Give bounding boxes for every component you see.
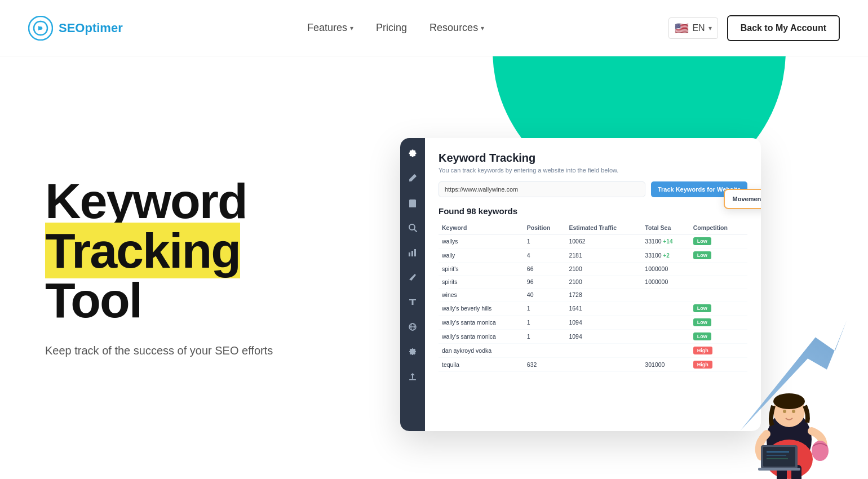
svg-rect-11	[409, 379, 416, 380]
sidebar-settings-icon[interactable]	[406, 147, 419, 159]
sidebar-edit-icon[interactable]	[406, 172, 419, 184]
competition-badge: Low	[693, 332, 711, 340]
cell-traffic	[565, 358, 641, 372]
svg-rect-24	[763, 447, 795, 467]
cell-position: 632	[524, 358, 566, 372]
found-keywords-count: Found 98 keywords	[439, 206, 747, 216]
cell-position: 1	[524, 316, 566, 330]
cell-keyword: dan aykroyd vodka	[439, 344, 524, 358]
dashboard-sidebar	[400, 138, 425, 431]
keywords-table-body: wallys 1 10062 33100 +14 Low wally 4 218…	[439, 234, 747, 372]
cell-position: 1	[524, 330, 566, 344]
table-row: tequila 632 301000 High	[439, 358, 747, 372]
nav-resources[interactable]: Resources ▾	[429, 22, 484, 34]
back-to-account-button[interactable]: Back to My Account	[727, 15, 840, 41]
cell-keyword: spirit's	[439, 263, 524, 276]
col-total: Total Sea	[641, 221, 689, 234]
svg-point-20	[783, 410, 786, 413]
cell-total: 1000000	[641, 263, 689, 276]
table-row: spirit's 66 2100 1000000	[439, 263, 747, 276]
sidebar-globe-icon[interactable]	[406, 321, 419, 333]
svg-rect-2	[409, 199, 416, 207]
competition-badge: Low	[693, 318, 711, 326]
sidebar-gear2-icon[interactable]	[406, 345, 419, 358]
language-selector[interactable]: 🇺🇸 EN ▾	[668, 17, 718, 39]
cell-total: 1000000	[641, 276, 689, 289]
movement-value: +14	[663, 238, 672, 245]
cell-traffic: 2100	[565, 276, 641, 289]
cell-position: 1	[524, 234, 566, 249]
competition-badge: Low	[693, 251, 711, 259]
cell-competition	[690, 276, 747, 289]
cell-keyword: wallys	[439, 234, 524, 249]
cell-keyword: wines	[439, 289, 524, 301]
svg-rect-5	[409, 252, 410, 256]
col-traffic: Estimated Traffic	[565, 221, 641, 234]
dashboard-search-row: Track Keywords for Website	[439, 181, 747, 197]
person-illustration	[738, 332, 840, 479]
sidebar-search-icon[interactable]	[406, 221, 419, 234]
cell-total	[641, 316, 689, 330]
cell-position: 66	[524, 263, 566, 276]
cell-competition: Low	[690, 249, 747, 263]
cell-traffic: 2181	[565, 249, 641, 263]
logo-text: SEOptimer	[59, 21, 123, 36]
sidebar-text-icon[interactable]	[406, 296, 419, 308]
cell-total	[641, 330, 689, 344]
table-row: wally's santa monica 1 1094 Low	[439, 316, 747, 330]
cell-position: 40	[524, 289, 566, 301]
cell-traffic: 10062	[565, 234, 641, 249]
hero-subtitle: Keep track of the success of your SEO ef…	[45, 342, 338, 359]
header-right: 🇺🇸 EN ▾ Back to My Account	[668, 15, 840, 41]
table-row: spirits 96 2100 1000000	[439, 276, 747, 289]
main-content: Keyword Tracking Tool Keep track of the …	[0, 56, 868, 479]
dashboard-card: Keyword Tracking You can track keywords …	[400, 138, 761, 431]
svg-point-19	[773, 393, 805, 409]
main-nav: Features ▾ Pricing Resources ▾	[307, 22, 484, 34]
table-row: wally's santa monica 1 1094 Low	[439, 330, 747, 344]
table-row: wines 40 1728	[439, 289, 747, 301]
resources-chevron-icon: ▾	[481, 24, 484, 32]
sidebar-upload-icon[interactable]	[406, 370, 419, 383]
svg-rect-25	[758, 468, 800, 471]
cell-traffic: 2100	[565, 263, 641, 276]
cell-competition: Low	[690, 301, 747, 316]
cell-keyword: wally's beverly hills	[439, 301, 524, 316]
hero-title: Keyword Tracking Tool	[45, 176, 338, 325]
cell-total	[641, 289, 689, 301]
cell-position: 96	[524, 276, 566, 289]
hero-right: Keyword Tracking You can track keywords …	[338, 56, 823, 479]
cell-competition: Low	[690, 234, 747, 249]
dashboard-subtitle: You can track keywords by entering a web…	[439, 167, 747, 174]
competition-badge: Low	[693, 237, 711, 245]
svg-point-21	[792, 410, 795, 413]
table-row: wallys 1 10062 33100 +14 Low	[439, 234, 747, 249]
nav-pricing[interactable]: Pricing	[376, 22, 407, 34]
col-keyword: Keyword	[439, 221, 524, 234]
cell-position: 4	[524, 249, 566, 263]
sidebar-report-icon[interactable]	[406, 197, 419, 209]
hero-left: Keyword Tracking Tool Keep track of the …	[45, 176, 338, 359]
cell-total	[641, 344, 689, 358]
sidebar-chart-icon[interactable]	[406, 246, 419, 259]
nav-features[interactable]: Features ▾	[307, 22, 353, 34]
lang-chevron-icon: ▾	[708, 24, 712, 32]
col-position: Position	[524, 221, 566, 234]
sidebar-pencil-icon[interactable]	[406, 271, 419, 283]
movement-value: +2	[663, 252, 669, 259]
cell-competition	[690, 289, 747, 301]
cell-competition: Low	[690, 316, 747, 330]
col-competition: Competition	[690, 221, 747, 234]
cell-traffic: 1094	[565, 316, 641, 330]
svg-rect-7	[414, 249, 416, 256]
header: SEOptimer Features ▾ Pricing Resources ▾…	[0, 0, 868, 56]
us-flag-icon: 🇺🇸	[675, 21, 689, 35]
cell-total: 33100 +2	[641, 249, 689, 263]
cell-traffic	[565, 344, 641, 358]
cell-traffic: 1641	[565, 301, 641, 316]
cell-keyword: spirits	[439, 276, 524, 289]
logo[interactable]: SEOptimer	[28, 16, 123, 41]
dashboard-search-input[interactable]	[439, 181, 645, 197]
cell-keyword: wally's santa monica	[439, 330, 524, 344]
cell-traffic: 1728	[565, 289, 641, 301]
